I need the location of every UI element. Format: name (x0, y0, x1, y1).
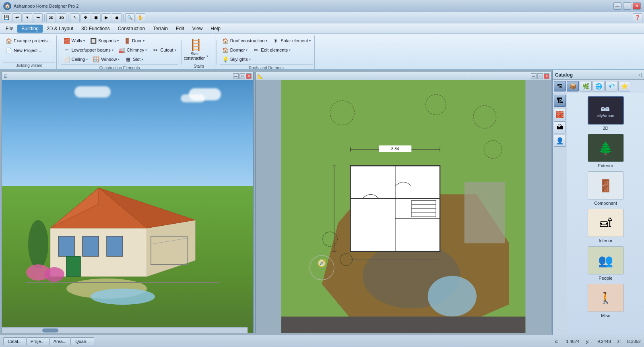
pan-button[interactable]: ✋ (136, 13, 145, 22)
slot-arrow: ▾ (142, 58, 143, 61)
catalog-item-misc-label: Misc (601, 313, 610, 318)
title-bar-left: 🏠 Ashampoo Home Designer Pro 2 (3, 2, 78, 10)
catalog-item-people[interactable]: 👥 People (570, 246, 642, 281)
catalog-tb-3d-btn[interactable]: 🏗 (554, 81, 566, 91)
ceiling-button[interactable]: ⬜ Ceiling ▾ (61, 55, 90, 64)
catalog-item-misc[interactable]: 🚶 Misc (570, 284, 642, 318)
window-button[interactable]: 🪟 Window ▾ (91, 55, 122, 64)
catalog-item-component[interactable]: 🚪 Component (570, 171, 642, 206)
construction-row-1: 🧱 Walls ▾ 🔲 Supports ▾ 🚪 Door ▾ (61, 36, 178, 45)
edit-elements-button[interactable]: ✏ Edit elements ▾ (250, 46, 293, 54)
solar-element-button[interactable]: ☀ Solar element ▾ (270, 36, 313, 45)
toolbar-separator-1 (44, 14, 45, 21)
menu-help[interactable]: Help (206, 25, 225, 33)
house-3d-svg (26, 164, 219, 309)
catalog-item-interior-label: Interior (599, 238, 612, 243)
stop-button[interactable]: ◼ (91, 13, 101, 22)
catalog-collapse[interactable]: ◁ (638, 72, 642, 77)
catalog-tb-star-btn[interactable]: ⭐ (618, 81, 630, 91)
construction-elements-label: Construction Elements (61, 64, 178, 71)
panel-3d-icon: ⊡ (4, 73, 8, 79)
roofs-row-1: 🏠 Roof construction ▾ ☀ Solar element ▾ (220, 36, 313, 45)
catalog-nav-person[interactable]: 👤 (554, 135, 566, 147)
panel-3d-buttons: — □ ✕ (233, 73, 252, 79)
move-button[interactable]: ✥ (80, 13, 90, 22)
select-button[interactable]: ↖ (70, 13, 80, 22)
horizontal-scroll-thumb-3d[interactable] (42, 328, 58, 332)
panel-2d-maximize[interactable]: □ (537, 73, 543, 79)
horizontal-scrollbar-3d[interactable] (2, 327, 248, 333)
status-tab-catalog[interactable]: Catal... (3, 337, 26, 345)
catalog-tb-terrain-btn[interactable]: 🌿 (580, 81, 592, 91)
undo-dropdown[interactable]: ▾ (23, 13, 32, 22)
panel-2d-minimize[interactable]: — (531, 73, 537, 79)
roof-arrow: ▾ (266, 39, 267, 43)
walls-button[interactable]: 🧱 Walls ▾ (61, 36, 87, 45)
panel-3d-minimize[interactable]: — (233, 73, 239, 79)
new-project-button[interactable]: 📄 New Project ... (3, 46, 55, 55)
menu-edit[interactable]: Edit (172, 25, 188, 33)
undo-button[interactable]: ↩ (12, 13, 22, 22)
zoom-button[interactable]: 🔍 (125, 13, 135, 22)
menu-terrain[interactable]: Terrain (149, 25, 172, 33)
chimney-button[interactable]: 🏭 Chimney ▾ (116, 46, 149, 54)
cutout-button[interactable]: ✂ Cutout ▾ (150, 46, 178, 54)
catalog-nav-walls[interactable]: 🧱 (554, 108, 566, 120)
svg-text:🧭: 🧭 (317, 259, 326, 268)
menu-building[interactable]: Building (17, 25, 43, 33)
stair-construction-button[interactable]: 🪜 Stair construction ▾ (186, 38, 206, 62)
roof-icon: 🏠 (222, 37, 229, 44)
catalog-item-2d[interactable]: 🏘 city/urban 2D (570, 96, 642, 131)
z-coord-value: 8.3352 (627, 339, 641, 344)
skylights-button[interactable]: 💡 Skylights ▾ (220, 55, 253, 64)
solar-icon: ☀ (272, 37, 279, 44)
panel-3d-maximize[interactable]: □ (239, 73, 245, 79)
slot-button[interactable]: ▦ Slot ▾ (122, 55, 145, 64)
view-3d-button[interactable]: 3D (57, 13, 66, 22)
cutout-arrow: ▾ (175, 48, 176, 52)
menu-construction[interactable]: Construction (114, 25, 149, 33)
ceiling-arrow: ▾ (86, 58, 88, 61)
help-button[interactable]: ❓ (633, 13, 642, 22)
close-button[interactable]: ✕ (633, 2, 641, 10)
maximize-button[interactable]: □ (623, 2, 631, 10)
dormer-button[interactable]: 🏠 Dormer ▾ (220, 46, 250, 54)
redo-button[interactable]: ↪ (33, 13, 43, 22)
menu-file[interactable]: File (2, 25, 17, 33)
view-2d-button[interactable]: 2D (46, 13, 56, 22)
solar-arrow: ▾ (309, 39, 311, 43)
catalog-nav-terrain[interactable]: 🏔 (554, 121, 566, 133)
catalog-item-interior[interactable]: 🛋 Interior (570, 209, 642, 243)
dormer-icon: 🏠 (222, 46, 229, 54)
play-button[interactable]: ▶ (101, 13, 111, 22)
status-tab-area[interactable]: Area... (49, 337, 71, 345)
menu-2dlayout[interactable]: 2D & Layout (43, 25, 77, 33)
save-button[interactable]: 💾 (2, 13, 11, 22)
catalog-item-exterior[interactable]: 🌲 Exterior (570, 134, 642, 168)
catalog-tb-globe-btn[interactable]: 🌐 (592, 81, 605, 91)
catalog-item-component-label: Component (594, 201, 617, 206)
panel-2d-close[interactable]: ✕ (544, 73, 549, 79)
catalog-nav-structures[interactable]: 🏗 (554, 95, 566, 107)
menu-view[interactable]: View (188, 25, 207, 33)
record-button[interactable]: ⏺ (112, 13, 122, 22)
catalog-tb-special-btn[interactable]: 💎 (605, 81, 617, 91)
example-projects-button[interactable]: 🏠 Example projects ... (3, 36, 55, 45)
edit-elements-arrow: ▾ (289, 48, 291, 52)
door-button[interactable]: 🚪 Door ▾ (122, 36, 147, 45)
catalog-item-people-label: People (599, 276, 612, 281)
stair-icon: 🪜 (189, 39, 203, 51)
construction-row-2: ═ Lower/upper beams ▾ 🏭 Chimney ▾ ✂ Cuto… (61, 46, 178, 54)
lower-upper-beams-button[interactable]: ═ Lower/upper beams ▾ (61, 46, 116, 54)
ribbon: 🏠 Example projects ... 📄 New Project ...… (0, 34, 644, 70)
status-tab-quantity[interactable]: Quan... (71, 337, 94, 345)
roof-construction-button[interactable]: 🏠 Roof construction ▾ (220, 36, 270, 45)
panel-3d-close[interactable]: ✕ (246, 73, 252, 79)
minimize-button[interactable]: — (613, 2, 621, 10)
supports-button[interactable]: 🔲 Supports ▾ (88, 36, 121, 45)
status-tab-project[interactable]: Proje... (26, 337, 49, 345)
toolbar-separator-3 (123, 14, 124, 21)
menu-3dfunctions[interactable]: 3D Functions (77, 25, 114, 33)
catalog-tb-active-btn[interactable]: 📦 (567, 81, 579, 91)
stairs-label: Stairs (186, 63, 213, 69)
